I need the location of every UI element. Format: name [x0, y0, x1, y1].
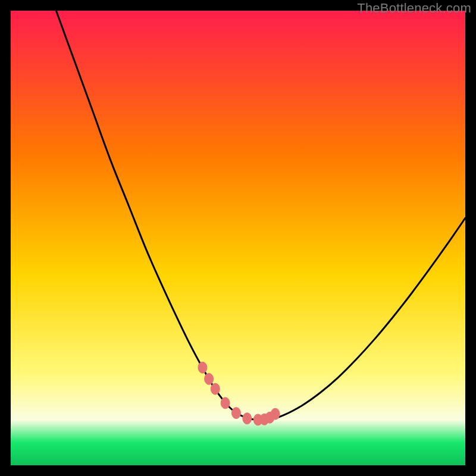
bottleneck-chart	[11, 11, 465, 465]
highlight-marker	[211, 383, 220, 394]
highlight-marker	[243, 413, 252, 424]
highlight-marker	[271, 408, 280, 419]
highlight-marker	[198, 362, 207, 373]
highlight-marker	[221, 397, 230, 409]
highlight-marker	[231, 408, 240, 419]
gradient-background	[11, 11, 465, 465]
chart-frame	[11, 11, 465, 465]
highlight-marker	[205, 373, 214, 384]
